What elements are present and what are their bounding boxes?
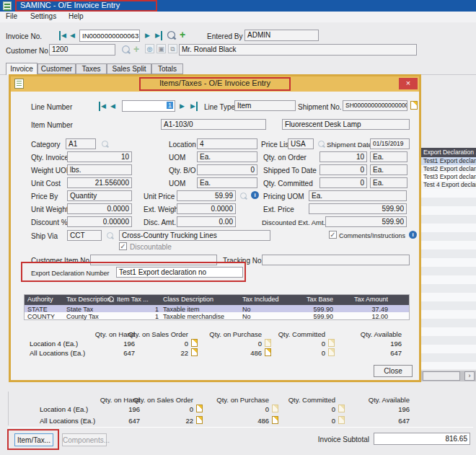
prev-record-icon[interactable]: ◀ <box>70 31 75 40</box>
customer-item-field[interactable] <box>90 255 217 265</box>
dialog-close-icon[interactable]: × <box>399 78 418 89</box>
qty-committed-header: Qty. Committed <box>260 330 325 338</box>
divider <box>8 427 473 428</box>
first-record-icon[interactable]: ◀ <box>59 31 66 40</box>
qty-value: 196 <box>337 340 402 348</box>
col-tax-base[interactable]: Tax Base <box>281 296 333 303</box>
col-tax-amount[interactable]: Tax Amount <box>335 296 388 303</box>
drilldown-icon[interactable] <box>196 405 203 412</box>
col-authority[interactable]: Authority <box>27 296 53 303</box>
comments-label: Comments/Instructions <box>339 232 405 239</box>
components-button[interactable]: Components... <box>62 433 107 446</box>
category-field[interactable]: A1 <box>66 138 96 149</box>
col-item-tax[interactable]: Item Tax ... <box>117 296 149 303</box>
bg-grid-row[interactable]: Test2 Export declara... <box>421 165 476 173</box>
items-taxes-dialog: Items/Taxes - O/E Invoice Entry × Line N… <box>9 74 421 382</box>
discount-pct-field: 0.00000 <box>67 216 132 227</box>
cell-authority: COUNTY <box>27 313 55 320</box>
next-line-icon[interactable]: ▶ <box>180 102 185 111</box>
menu-settings[interactable]: Settings <box>30 12 56 20</box>
invoice-no-input[interactable]: IN0000000000063 <box>79 30 140 42</box>
menu-file[interactable]: File <box>6 12 17 20</box>
bg-grid-row[interactable]: Test3 Export declara... <box>421 173 476 181</box>
export-declaration-field[interactable]: Test1 Export declaration no <box>116 267 243 278</box>
qty-value: 0 <box>197 340 262 348</box>
tab-sales-split[interactable]: Sales Split <box>107 63 151 74</box>
disc-amt-label: Disc. Amt. <box>144 218 176 226</box>
new-customer-icon[interactable]: + <box>133 45 139 54</box>
ext-weight-field: 0.0000 <box>177 203 236 214</box>
window-titlebar: SAMINC - O/E Invoice Entry <box>0 0 476 12</box>
price-list-field[interactable]: USA <box>288 138 314 149</box>
document-icon[interactable]: ⧉ <box>168 44 177 53</box>
comments-info-icon[interactable]: i <box>409 231 417 239</box>
qty-invoiced-field[interactable]: 10 <box>67 151 132 162</box>
next-record-icon[interactable]: ▶ <box>145 31 150 40</box>
col-class-description[interactable]: Class Description <box>163 296 213 303</box>
item-number-field[interactable]: A1-103/0 <box>161 119 266 130</box>
close-button[interactable]: Close <box>374 365 413 377</box>
unit-price-field[interactable]: 59.99 <box>177 190 236 201</box>
price-list-finder-icon[interactable] <box>318 141 325 147</box>
last-line-icon[interactable]: ▶ <box>190 102 198 111</box>
line-number-value: 1 <box>167 102 173 109</box>
col-tax-included[interactable]: Tax Included <box>242 296 279 303</box>
ship-via-finder-icon[interactable] <box>107 232 113 239</box>
tax-row[interactable]: COUNTY County Tax 1 Taxable merchandise … <box>25 312 409 319</box>
drilldown-icon[interactable] <box>328 348 335 356</box>
dialog-titlebar: Items/Taxes - O/E Invoice Entry × <box>11 76 419 92</box>
invoice-finder-icon[interactable] <box>167 31 175 39</box>
location-field[interactable]: 4 <box>197 138 257 149</box>
unit-price-finder-icon[interactable] <box>240 193 247 199</box>
drilldown-icon[interactable] <box>338 405 345 412</box>
drilldown-icon[interactable] <box>338 416 345 424</box>
scrollbar-thumb[interactable] <box>423 371 460 381</box>
bg-grid-row[interactable]: Test 4 Export declar... <box>421 181 476 189</box>
scroll-right-button[interactable]: › <box>464 371 475 381</box>
customer-no-field[interactable]: 1200 <box>49 44 115 56</box>
drilldown-icon[interactable] <box>328 339 335 347</box>
first-line-icon[interactable]: ◀ <box>99 102 106 111</box>
window-title: SAMINC - O/E Invoice Entry <box>20 1 120 9</box>
bg-grid-column-header[interactable]: Export Declaration ... <box>421 148 476 157</box>
customer-name-field: Mr. Ronald Black <box>179 44 417 56</box>
app-window: SAMINC - O/E Invoice Entry File Settings… <box>0 0 476 455</box>
col-tax-description[interactable]: Tax Description <box>66 296 111 303</box>
menu-help[interactable]: Help <box>69 12 84 20</box>
tab-totals[interactable]: Totals <box>151 63 183 74</box>
tracking-no-label: Tracking No. <box>223 257 263 265</box>
item-number-label: Item Number <box>31 121 73 129</box>
menu-bar: File Settings Help <box>0 12 476 22</box>
shipment-drilldown-icon[interactable] <box>410 101 418 110</box>
discountable-checkbox[interactable]: ✓ <box>119 242 127 250</box>
last-record-icon[interactable]: ▶ <box>155 31 162 40</box>
tab-customer[interactable]: Customer <box>38 63 76 74</box>
item-tax-button[interactable]: Item/Tax... <box>14 433 53 446</box>
line-number-input[interactable]: 1 <box>122 100 175 112</box>
tab-taxes[interactable]: Taxes <box>76 63 107 74</box>
cell-tax-base: 599.90 <box>281 313 333 320</box>
tab-invoice[interactable]: Invoice <box>6 63 38 75</box>
customer-inquiry-icon[interactable]: ◎ <box>145 44 154 53</box>
ship-via-code-field[interactable]: CCT <box>67 230 102 241</box>
unit-price-info-icon[interactable]: i <box>251 191 259 199</box>
prev-line-icon[interactable]: ◀ <box>110 102 115 111</box>
invoice-subtotal-label: Invoice Subtotal <box>312 436 369 443</box>
tax-grid-header[interactable]: Authority Tax Description Item Tax ... C… <box>25 295 409 305</box>
horizontal-scrollbar[interactable]: › <box>421 371 476 381</box>
tax-grid: Authority Tax Description Item Tax ... C… <box>24 294 410 320</box>
new-invoice-icon[interactable]: + <box>180 30 185 40</box>
tracking-no-field[interactable] <box>262 255 410 265</box>
customer-finder-icon[interactable] <box>122 45 130 53</box>
groupbox-border <box>8 392 9 425</box>
cell-class-description: Taxable merchandise <box>163 313 224 320</box>
tax-row[interactable]: STATE State Tax 1 Taxable item No 599.90… <box>25 305 409 312</box>
save-icon[interactable]: ▣ <box>157 44 166 53</box>
unit-cost-field[interactable]: 21.556000 <box>67 177 132 188</box>
price-by-field[interactable]: Quantity <box>67 190 132 201</box>
category-finder-icon[interactable] <box>102 141 108 147</box>
drilldown-icon[interactable] <box>196 416 203 424</box>
qty-committed-field: 0 <box>319 177 367 188</box>
comments-checkbox[interactable]: ✓ <box>329 231 337 239</box>
bg-grid-row[interactable]: Test1 Export declara... <box>421 157 476 165</box>
